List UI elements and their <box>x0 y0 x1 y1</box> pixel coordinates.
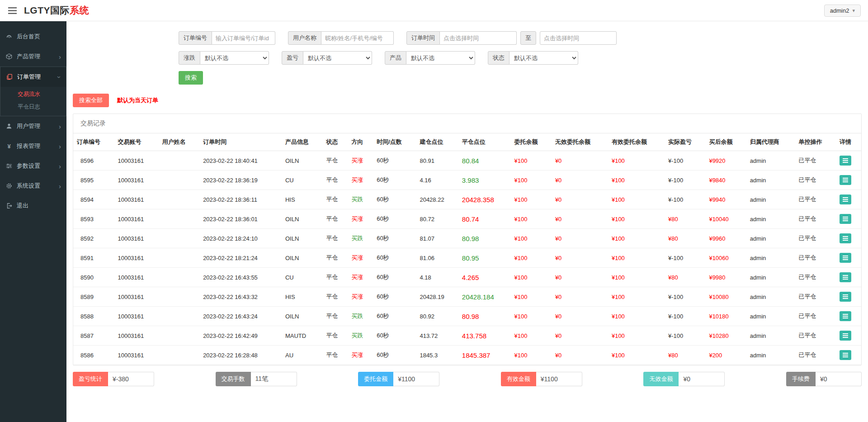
cell-entrust-balance: ¥100 <box>510 307 551 326</box>
order-no-input[interactable] <box>212 31 275 45</box>
cell-invalid-entrust: ¥0 <box>552 171 608 190</box>
cell-user-name <box>159 268 199 287</box>
cell-user-name <box>159 229 199 248</box>
table-header-cell: 无效委托余额 <box>552 133 608 151</box>
yen-report-icon: ¥ <box>5 143 13 150</box>
time-to-label: 至 <box>520 31 536 45</box>
detail-button[interactable] <box>840 156 851 166</box>
sidebar-item-products[interactable]: 产品管理 › <box>0 47 66 66</box>
table-header-cell: 订单编号 <box>73 133 114 151</box>
user-icon <box>5 123 13 129</box>
cell-balance-after: ¥10080 <box>705 287 746 307</box>
cell-detail <box>836 268 861 287</box>
detail-button[interactable] <box>840 292 851 302</box>
profit-select[interactable]: 默认不选 <box>303 51 372 65</box>
time-to-input[interactable] <box>540 31 617 45</box>
cell-entrust-balance: ¥100 <box>510 190 551 209</box>
sidebar-item-orders[interactable]: 订单管理 › <box>0 67 66 87</box>
cell-detail <box>836 209 861 229</box>
table-header-cell: 交易账号 <box>114 133 158 151</box>
cell-control-status: 已平仓 <box>795 190 836 209</box>
sidebar-item-label: 报表管理 <box>17 142 40 150</box>
cell-balance-after: ¥10180 <box>705 307 746 326</box>
cell-account: 10003161 <box>114 307 158 326</box>
cell-close-point: 80.84 <box>458 151 511 171</box>
table-header-cell: 建仓点位 <box>416 133 458 151</box>
sidebar: 后台首页 产品管理 › 订单管理 › 交易流水 平仓日志 <box>0 21 66 422</box>
status-label: 状态 <box>488 51 509 65</box>
detail-button[interactable] <box>840 233 851 243</box>
sidebar-item-trade-flow[interactable]: 交易流水 <box>0 88 66 100</box>
search-button[interactable]: 搜索 <box>179 71 203 85</box>
sidebar-item-users[interactable]: 用户管理 › <box>0 116 66 136</box>
sidebar-item-system[interactable]: 系统设置 › <box>0 176 66 196</box>
sidebar-item-params[interactable]: 参数设置 › <box>0 156 66 176</box>
order-time-filter: 订单时间 至 <box>406 31 617 45</box>
orders-submenu: 交易流水 平仓日志 <box>0 87 66 116</box>
updown-select[interactable]: 默认不选 <box>200 51 269 65</box>
table-header-cell: 有效委托余额 <box>608 133 665 151</box>
cell-entrust-balance: ¥100 <box>510 287 551 307</box>
detail-button[interactable] <box>840 272 851 282</box>
cell-direction: 买涨 <box>348 268 373 287</box>
cell-control-status: 已平仓 <box>795 248 836 268</box>
cell-product: OILN <box>282 307 322 326</box>
status-select[interactable]: 默认不选 <box>509 51 578 65</box>
summary-label: 盈亏统计 <box>73 372 108 386</box>
list-icon <box>843 255 848 261</box>
cell-close-point: 20428.184 <box>458 287 511 307</box>
detail-button[interactable] <box>840 350 851 360</box>
cell-product: HIS <box>282 190 322 209</box>
table-row: 8593 10003161 2023-02-22 18:36:01 OILN 平… <box>73 209 861 229</box>
cell-open-point: 81.06 <box>416 248 458 268</box>
cell-detail <box>836 307 861 326</box>
table-header-cell: 详情 <box>836 133 861 151</box>
cell-agent: admin <box>746 346 795 365</box>
list-icon <box>843 352 848 358</box>
cell-control-status: 已平仓 <box>795 151 836 171</box>
summary-group: 盈亏统计 ¥-380 <box>73 372 154 386</box>
user-name-label: 用户名称 <box>288 31 321 45</box>
search-all-button[interactable]: 搜索全部 <box>73 94 109 107</box>
detail-button[interactable] <box>840 253 851 263</box>
cell-order-time: 2023-02-22 16:43:55 <box>199 268 282 287</box>
submenu-item-label: 交易流水 <box>18 91 40 97</box>
cell-control-status: 已平仓 <box>795 229 836 248</box>
cell-detail <box>836 287 861 307</box>
cell-order-time: 2023-02-22 16:42:49 <box>199 326 282 346</box>
order-time-label: 订单时间 <box>406 31 440 45</box>
cell-valid-entrust: ¥100 <box>608 171 665 190</box>
list-icon <box>843 313 848 319</box>
cell-valid-entrust: ¥100 <box>608 268 665 287</box>
detail-button[interactable] <box>840 331 851 341</box>
cell-user-name <box>159 151 199 171</box>
sidebar-item-close-log[interactable]: 平仓日志 <box>0 100 66 113</box>
hamburger-menu-icon[interactable] <box>7 5 18 16</box>
sidebar-item-logout[interactable]: 退出 <box>0 196 66 216</box>
sidebar-item-reports[interactable]: ¥ 报表管理 › <box>0 136 66 156</box>
cell-agent: admin <box>746 268 795 287</box>
cell-entrust-balance: ¥100 <box>510 209 551 229</box>
detail-button[interactable] <box>840 194 851 204</box>
detail-button[interactable] <box>840 214 851 224</box>
cell-actual-profit: ¥-100 <box>665 151 705 171</box>
cell-entrust-balance: ¥100 <box>510 248 551 268</box>
detail-button[interactable] <box>840 311 851 321</box>
user-name-input[interactable] <box>321 31 394 45</box>
cell-invalid-entrust: ¥0 <box>552 151 608 171</box>
cell-duration: 60秒 <box>373 209 416 229</box>
cell-duration: 60秒 <box>373 171 416 190</box>
cell-order-id: 8589 <box>73 287 114 307</box>
table-row: 8595 10003161 2023-02-22 18:36:19 CU 平仓 … <box>73 171 861 190</box>
table-header-cell: 产品信息 <box>282 133 322 151</box>
cell-duration: 60秒 <box>373 268 416 287</box>
detail-button[interactable] <box>840 175 851 185</box>
sidebar-item-home[interactable]: 后台首页 <box>0 27 66 47</box>
user-menu[interactable]: admin2 ▾ <box>824 5 861 17</box>
cell-balance-after: ¥10060 <box>705 248 746 268</box>
cell-detail <box>836 151 861 171</box>
cell-invalid-entrust: ¥0 <box>552 307 608 326</box>
product-select[interactable]: 默认不选 <box>406 51 475 65</box>
cell-invalid-entrust: ¥0 <box>552 326 608 346</box>
time-from-input[interactable] <box>440 31 517 45</box>
